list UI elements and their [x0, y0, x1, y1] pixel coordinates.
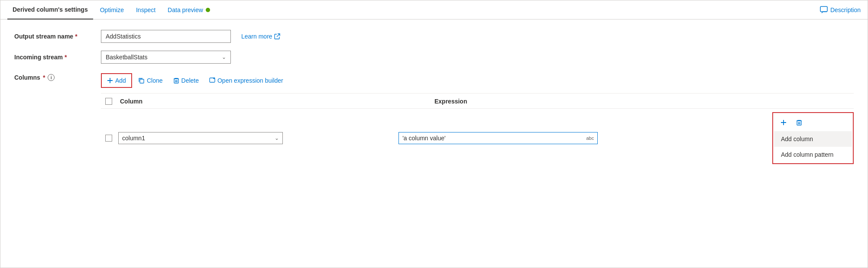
- table-row: column1 ⌄ 'a column value' abc: [101, 108, 854, 168]
- row-trash-icon: [796, 119, 802, 126]
- required-star-columns: *: [43, 74, 45, 81]
- incoming-stream-dropdown[interactable]: BasketballStats ⌄: [101, 51, 231, 64]
- th-expression: Expression: [434, 98, 854, 105]
- delete-icon: [173, 77, 179, 84]
- external-link-icon: [274, 33, 280, 39]
- incoming-stream-chevron: ⌄: [222, 54, 226, 60]
- description-label: Description: [830, 6, 861, 13]
- required-star-output: *: [75, 33, 77, 40]
- clone-button[interactable]: Clone: [134, 75, 167, 86]
- tab-inspect[interactable]: Inspect: [131, 0, 161, 19]
- tab-inspect-label: Inspect: [136, 6, 155, 13]
- description-icon: [820, 6, 828, 14]
- column-select-cell: column1 ⌄: [117, 132, 393, 144]
- column-dropdown-chevron: ⌄: [275, 135, 279, 141]
- abc-badge: abc: [586, 136, 594, 141]
- delete-label: Delete: [181, 77, 199, 84]
- output-stream-input[interactable]: [101, 30, 231, 43]
- tab-optimize[interactable]: Optimize: [95, 0, 129, 19]
- th-check: [101, 98, 117, 105]
- output-stream-label: Output stream name *: [14, 33, 101, 40]
- description-button[interactable]: Description: [820, 6, 861, 14]
- row-actions: Add column Add column pattern: [772, 112, 854, 164]
- column-name-value: column1: [122, 135, 145, 142]
- learn-more-link[interactable]: Learn more: [241, 33, 280, 40]
- tab-settings[interactable]: Derived column's settings: [7, 0, 93, 19]
- add-btn-highlight: Add: [101, 73, 132, 88]
- output-stream-row: Output stream name * Learn more: [14, 30, 854, 43]
- columns-label-row: Columns * i Add: [14, 71, 854, 168]
- table-header: Column Expression: [101, 94, 854, 108]
- tab-optimize-label: Optimize: [100, 6, 124, 13]
- columns-info-icon[interactable]: i: [48, 74, 55, 81]
- expr-builder-label: Open expression builder: [217, 77, 283, 84]
- column-name-dropdown[interactable]: column1 ⌄: [118, 132, 283, 144]
- add-column-pattern-option[interactable]: Add column pattern: [774, 147, 852, 162]
- clone-icon: [138, 77, 145, 84]
- columns-label: Columns * i: [14, 71, 101, 81]
- row-delete-button[interactable]: [792, 116, 806, 129]
- tab-settings-label: Derived column's settings: [13, 6, 88, 13]
- toolbar: Add Clone: [101, 71, 854, 94]
- add-label: Add: [115, 77, 126, 84]
- incoming-stream-row: Incoming stream * BasketballStats ⌄: [14, 51, 854, 64]
- row-checkbox-cell: [101, 135, 117, 142]
- learn-more-text: Learn more: [241, 33, 272, 40]
- select-all-checkbox[interactable]: [105, 98, 112, 105]
- tab-data-preview[interactable]: Data preview: [162, 0, 215, 19]
- plus-icon: [107, 77, 113, 84]
- content-area: Output stream name * Learn more Incoming…: [0, 19, 868, 178]
- incoming-stream-label: Incoming stream *: [14, 54, 101, 61]
- delete-button[interactable]: Delete: [169, 75, 203, 86]
- add-button[interactable]: Add: [103, 75, 130, 86]
- row-add-button[interactable]: [777, 116, 790, 129]
- incoming-stream-value: BasketballStats: [106, 54, 148, 61]
- tab-preview-label: Data preview: [168, 6, 203, 13]
- add-column-option[interactable]: Add column: [774, 131, 852, 147]
- row-actions-highlight: Add column Add column pattern: [772, 112, 854, 164]
- open-expression-builder-button[interactable]: Open expression builder: [205, 75, 288, 86]
- row-plus-icon: [781, 119, 787, 126]
- row-checkbox[interactable]: [105, 135, 112, 142]
- add-column-dropdown-menu: Add column Add column pattern: [774, 131, 852, 162]
- expression-value: 'a column value': [402, 135, 446, 142]
- expression-cell: 'a column value' abc: [393, 132, 765, 144]
- svg-rect-1: [140, 79, 144, 83]
- columns-content: Add Clone: [101, 71, 854, 168]
- expression-input[interactable]: 'a column value' abc: [398, 132, 598, 144]
- svg-rect-0: [820, 6, 827, 12]
- columns-section: Columns * i Add: [14, 71, 854, 168]
- status-dot: [206, 8, 210, 12]
- main-window: Derived column's settings Optimize Inspe…: [0, 0, 868, 268]
- clone-label: Clone: [147, 77, 163, 84]
- tab-bar: Derived column's settings Optimize Inspe…: [0, 0, 868, 19]
- required-star-incoming: *: [65, 54, 67, 61]
- expr-builder-icon: [209, 77, 215, 84]
- th-column: Column: [117, 98, 434, 105]
